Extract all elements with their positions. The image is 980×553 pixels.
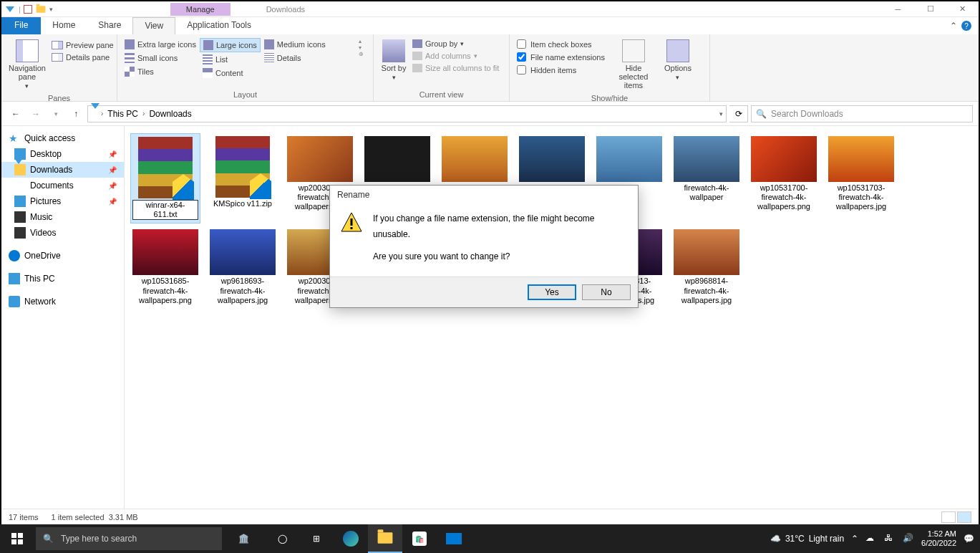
search-input[interactable]: 🔍 Search Downloads <box>751 105 973 122</box>
navpane-button[interactable]: Navigation pane▾ <box>6 37 49 92</box>
tab-view[interactable]: View <box>132 17 175 34</box>
preview-pane-button[interactable]: Preview pane <box>49 39 117 51</box>
store-icon[interactable]: 🛍️ <box>402 524 437 553</box>
sidebar-item-documents[interactable]: Documents📌 <box>1 178 124 193</box>
sidebar-item-videos[interactable]: Videos <box>1 225 124 241</box>
qat-dropdown-icon[interactable]: ▾ <box>49 6 53 13</box>
refresh-button[interactable]: ⟳ <box>729 105 748 122</box>
no-button[interactable]: No <box>582 284 631 300</box>
sortby-button[interactable]: Sort by▾ <box>378 37 409 84</box>
image-thumbnail <box>596 136 662 182</box>
hidden-checkbox[interactable]: Hidden items <box>514 64 608 76</box>
tray-expand-icon[interactable]: ⌃ <box>851 534 858 544</box>
view-details-button[interactable] <box>941 511 956 523</box>
qat-sep: | <box>19 5 21 14</box>
maximize-button[interactable]: ☐ <box>914 1 946 17</box>
forward-button[interactable]: → <box>27 105 44 122</box>
tab-home[interactable]: Home <box>41 17 87 34</box>
file-item[interactable]: firewatch-4k-wallpaper <box>671 133 742 223</box>
taskbar-search[interactable]: 🔍 Type here to search <box>36 527 222 550</box>
file-item[interactable]: KMSpico v11.zip <box>208 133 278 223</box>
layout-xlarge[interactable]: Extra large icons <box>122 38 199 51</box>
layout-list[interactable]: List <box>200 53 261 66</box>
file-item[interactable]: wp8968814-firewatch-4k-wallpapers.jpg <box>671 226 742 308</box>
layout-medium[interactable]: Medium icons <box>261 38 329 51</box>
sidebar-quickaccess[interactable]: ★Quick access <box>1 130 124 146</box>
network-tray-icon[interactable]: 🖧 <box>884 533 896 544</box>
options-button[interactable]: Options▾ <box>659 37 697 84</box>
layout-large[interactable]: Large icons <box>200 38 261 52</box>
addcols-button[interactable]: Add columns ▾ <box>409 50 502 62</box>
content-area: ★Quick access Desktop📌Downloads📌Document… <box>1 126 979 509</box>
pin-icon: 📌 <box>108 150 117 158</box>
up-button[interactable]: ↑ <box>67 105 84 122</box>
image-thumbnail <box>210 229 276 275</box>
recent-dropdown[interactable]: ▾ <box>47 105 64 122</box>
address-bar: ← → ▾ ↑ › This PC › Downloads ▾ ⟳ 🔍 Sear… <box>1 102 979 126</box>
breadcrumb-seg[interactable]: This PC <box>105 109 141 119</box>
sidebar-onedrive[interactable]: OneDrive <box>1 248 124 264</box>
layout-content[interactable]: Content <box>200 67 261 80</box>
layout-tiles[interactable]: Tiles <box>122 65 199 78</box>
file-item[interactable]: wp10531685-firewatch-4k-wallpapers.png <box>130 226 200 308</box>
weather-icon: ☁️ <box>770 534 781 544</box>
breadcrumb-seg[interactable]: Downloads <box>146 109 194 119</box>
file-item[interactable]: winrar-x64-611.txt <box>130 133 200 223</box>
sizecols-button[interactable]: Size all columns to fit <box>409 62 502 74</box>
fileext-checkbox[interactable]: File name extensions <box>514 51 608 63</box>
clock[interactable]: 1:52 AM 6/20/2022 <box>921 529 956 548</box>
cortana-icon[interactable]: ◯ <box>265 524 299 553</box>
file-item[interactable]: wp9618693-firewatch-4k-wallpapers.jpg <box>208 226 278 308</box>
qat-newfolder-icon[interactable] <box>35 4 47 15</box>
svg-rect-3 <box>18 533 23 538</box>
tab-apptools[interactable]: Application Tools <box>175 17 263 34</box>
search-icon: 🔍 <box>756 109 767 119</box>
ribbon-collapse-icon[interactable]: ⌃ <box>950 21 957 31</box>
notifications-icon[interactable]: 💬 <box>964 534 974 544</box>
tab-share[interactable]: Share <box>87 17 132 34</box>
groupby-button[interactable]: Group by ▾ <box>409 38 502 49</box>
taskbar: 🔍 Type here to search 🏛️ ◯ ⊞ 🛍️ ☁️ 31°C … <box>0 524 980 553</box>
taskview-icon[interactable]: ⊞ <box>299 524 334 553</box>
news-widget[interactable]: 🏛️ <box>222 524 265 553</box>
layout-details[interactable]: Details <box>261 52 329 64</box>
layout-small[interactable]: Small icons <box>122 52 199 64</box>
explorer-window: | ▾ Manage Downloads ─ ☐ ✕ File Home Sha… <box>1 1 979 524</box>
view-thumbnails-button[interactable] <box>957 511 971 523</box>
file-grid[interactable]: winrar-x64-611.txtKMSpico v11.zipwp20030… <box>125 126 979 509</box>
weather-widget[interactable]: ☁️ 31°C Light rain <box>770 534 844 544</box>
content-icon <box>203 68 213 78</box>
file-item[interactable]: wp10531700-firewatch-4k-wallpapers.png <box>749 133 819 223</box>
itemcheck-checkbox[interactable]: Item check boxes <box>514 38 608 50</box>
file-name: winrar-x64-611.txt <box>132 200 198 220</box>
context-tab[interactable]: Manage <box>170 3 231 16</box>
sidebar-thispc[interactable]: This PC <box>1 271 124 287</box>
onedrive-tray-icon[interactable]: ☁ <box>865 533 877 544</box>
sidebar-item-music[interactable]: Music <box>1 209 124 225</box>
file-menu[interactable]: File <box>1 17 41 34</box>
sidebar-item-downloads[interactable]: Downloads📌 <box>1 162 124 178</box>
sidebar-network[interactable]: Network <box>1 294 124 309</box>
minimize-button[interactable]: ─ <box>882 1 914 17</box>
explorer-icon[interactable] <box>368 524 402 553</box>
close-button[interactable]: ✕ <box>946 1 979 17</box>
qat-properties-icon[interactable] <box>24 5 32 14</box>
layout-more-icon[interactable]: ⊕ <box>359 51 369 57</box>
status-itemcount: 17 items <box>9 513 39 521</box>
back-button[interactable]: ← <box>7 105 24 122</box>
search-icon: 🔍 <box>43 534 54 544</box>
address-path[interactable]: › This PC › Downloads ▾ <box>87 105 727 122</box>
onedrive-icon <box>9 250 20 261</box>
details-pane-button[interactable]: Details pane <box>49 52 117 63</box>
help-icon[interactable]: ? <box>961 21 971 31</box>
edge-icon[interactable] <box>334 524 368 553</box>
yes-button[interactable]: Yes <box>528 284 576 300</box>
file-item[interactable]: wp10531703-firewatch-4k-wallpapers.jpg <box>826 133 896 223</box>
mail-icon[interactable] <box>437 524 471 553</box>
image-thumbnail <box>132 229 198 275</box>
volume-tray-icon[interactable]: 🔊 <box>903 533 914 544</box>
start-button[interactable] <box>0 524 34 553</box>
address-dropdown-icon[interactable]: ▾ <box>719 110 723 117</box>
hideselected-button[interactable]: Hide selected items <box>608 37 659 92</box>
sidebar-item-pictures[interactable]: Pictures📌 <box>1 193 124 209</box>
